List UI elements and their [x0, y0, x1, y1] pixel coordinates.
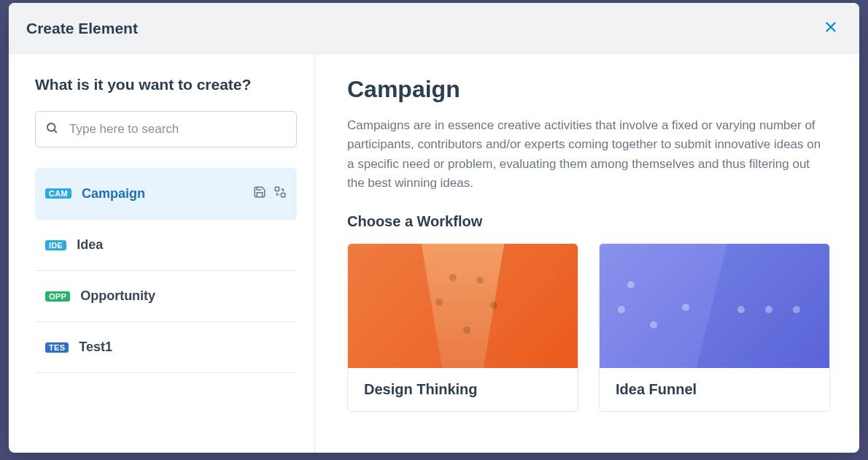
- type-item-idea[interactable]: IDE Idea: [35, 220, 297, 271]
- left-panel: What is it you want to create? CAM Campa…: [9, 54, 315, 453]
- switch-icon[interactable]: [274, 185, 287, 202]
- dialog-body: What is it you want to create? CAM Campa…: [9, 54, 859, 453]
- workflow-card-design-thinking[interactable]: Design Thinking: [347, 243, 578, 412]
- search-icon: [45, 121, 58, 137]
- svg-rect-5: [282, 193, 285, 197]
- element-type-list: CAM Campaign IDE Idea: [35, 168, 297, 373]
- workflow-thumbnail: [348, 244, 578, 368]
- type-item-test1[interactable]: TES Test1: [35, 322, 297, 373]
- workflow-label: Design Thinking: [348, 368, 578, 411]
- dialog-header: Create Element: [9, 3, 859, 54]
- type-label: Test1: [79, 340, 112, 355]
- save-icon[interactable]: [253, 185, 266, 202]
- svg-rect-4: [275, 187, 279, 191]
- type-badge: TES: [45, 342, 69, 353]
- workflow-grid: Design Thinking Idea Funnel: [347, 243, 830, 412]
- svg-line-3: [54, 130, 56, 132]
- create-element-dialog: Create Element What is it you want to cr…: [9, 3, 859, 453]
- workflow-label: Idea Funnel: [600, 368, 829, 411]
- close-button[interactable]: [820, 16, 842, 40]
- search-wrap: [35, 111, 297, 147]
- right-panel: Campaign Campaigns are in essence creati…: [315, 54, 859, 453]
- dialog-title: Create Element: [26, 20, 138, 37]
- workflow-heading: Choose a Workflow: [347, 213, 830, 230]
- type-label: Campaign: [82, 186, 145, 202]
- search-input[interactable]: [35, 111, 297, 147]
- type-label: Opportunity: [80, 288, 155, 304]
- type-item-campaign[interactable]: CAM Campaign: [35, 168, 297, 220]
- workflow-card-idea-funnel[interactable]: Idea Funnel: [599, 243, 830, 412]
- svg-point-2: [47, 123, 55, 131]
- type-item-actions: [253, 185, 287, 202]
- close-icon: [823, 26, 839, 37]
- type-badge: IDE: [45, 240, 66, 250]
- detail-description: Campaigns are in essence creative activi…: [347, 116, 830, 193]
- type-badge: CAM: [45, 188, 71, 199]
- type-label: Idea: [77, 237, 103, 253]
- workflow-thumbnail: [600, 244, 829, 368]
- type-item-opportunity[interactable]: OPP Opportunity: [35, 271, 297, 322]
- detail-title: Campaign: [347, 76, 830, 103]
- left-panel-title: What is it you want to create?: [35, 76, 297, 93]
- type-badge: OPP: [45, 291, 70, 302]
